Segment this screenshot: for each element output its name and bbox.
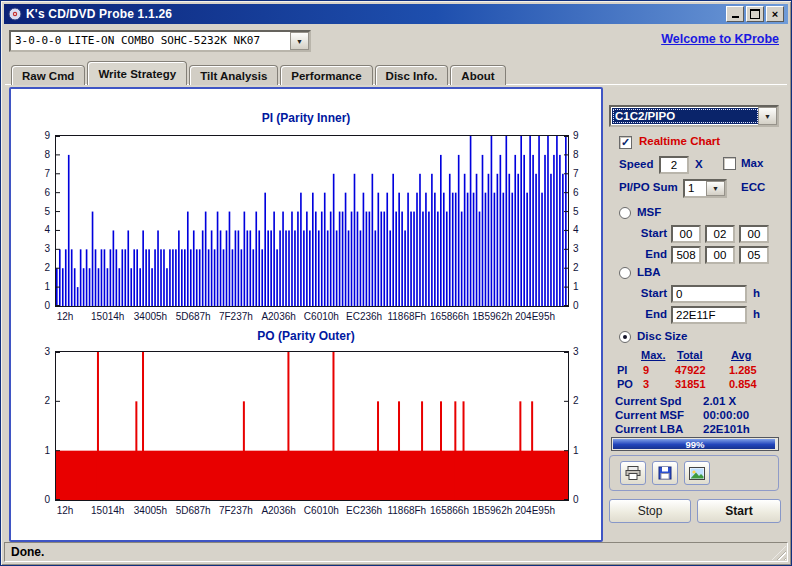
x-tick-label: 34005h bbox=[134, 505, 167, 516]
y-tick-label: 3 bbox=[34, 243, 53, 254]
stats-po-max: 3 bbox=[643, 378, 649, 390]
x-tick-label: A2036h bbox=[261, 311, 295, 322]
po-y-axis-right: 0123 bbox=[570, 351, 589, 499]
x-tick-label: A2036h bbox=[261, 505, 295, 516]
tab-about[interactable]: About bbox=[450, 65, 505, 85]
msf-end-frame-input[interactable] bbox=[739, 246, 769, 264]
x-tick-label: 12h bbox=[57, 311, 74, 322]
speed-label: Speed bbox=[619, 158, 654, 170]
y-tick-label: 6 bbox=[570, 187, 589, 198]
side-panel: C1C2/PIPO ▼ ✓ Realtime Chart Speed X Max… bbox=[607, 87, 787, 542]
welcome-link[interactable]: Welcome to KProbe bbox=[661, 32, 779, 46]
pipo-sum-select[interactable]: 1 ▼ bbox=[683, 179, 727, 198]
x-tick-label: 165866h bbox=[430, 311, 469, 322]
y-tick-label: 2 bbox=[34, 395, 53, 406]
x-tick-label: 7F237h bbox=[219, 505, 253, 516]
save-icon bbox=[658, 466, 672, 480]
stop-button[interactable]: Stop bbox=[609, 499, 691, 523]
x-tick-label: 165866h bbox=[430, 505, 469, 516]
stats-po-total: 31851 bbox=[675, 378, 706, 390]
x-tick-label: 11868Fh bbox=[387, 311, 426, 322]
x-tick-label: 34005h bbox=[134, 311, 167, 322]
y-tick-label: 2 bbox=[34, 262, 53, 273]
tab-disc-info[interactable]: Disc Info. bbox=[375, 65, 449, 85]
x-tick-label: C6010h bbox=[304, 505, 339, 516]
minimize-button[interactable] bbox=[726, 6, 744, 22]
stats-pi-name: PI bbox=[617, 364, 627, 376]
po-chart-title: PO (Parity Outer) bbox=[11, 329, 601, 343]
msf-start-sec-input[interactable] bbox=[705, 225, 735, 243]
stats-pi-total: 47922 bbox=[675, 364, 706, 376]
x-tick-label: 7F237h bbox=[219, 311, 253, 322]
lba-start-input[interactable] bbox=[671, 285, 747, 303]
lba-start-unit: h bbox=[753, 287, 760, 299]
status-text: Done. bbox=[11, 545, 44, 559]
resize-grip[interactable] bbox=[772, 546, 786, 560]
tab-raw-cmd[interactable]: Raw Cmd bbox=[11, 65, 85, 85]
y-tick-label: 0 bbox=[570, 494, 589, 505]
max-checkbox[interactable] bbox=[723, 157, 736, 170]
tab-tilt-analysis[interactable]: Tilt Analysis bbox=[189, 65, 278, 85]
start-button[interactable]: Start bbox=[697, 499, 781, 523]
msf-end-sec-input[interactable] bbox=[705, 246, 735, 264]
po-x-axis-labels: 12h15014h34005h5D687h7F237hA2036hC6010hE… bbox=[55, 505, 569, 519]
msf-start-frame-input[interactable] bbox=[739, 225, 769, 243]
po-chart: PO (Parity Outer) 0123 0123 12h15014h340… bbox=[11, 323, 601, 537]
lba-start-label: Start bbox=[633, 287, 667, 299]
print-button[interactable] bbox=[620, 461, 646, 485]
y-tick-label: 1 bbox=[570, 281, 589, 292]
minimize-icon bbox=[732, 9, 739, 18]
realtime-checkbox[interactable]: ✓ bbox=[619, 136, 632, 149]
stats-pi-max: 9 bbox=[643, 364, 649, 376]
msf-radio[interactable] bbox=[619, 207, 631, 219]
export-image-button[interactable] bbox=[684, 461, 710, 485]
y-tick-label: 4 bbox=[570, 224, 589, 235]
x-tick-label: C6010h bbox=[304, 311, 339, 322]
image-export-icon bbox=[689, 467, 705, 480]
printer-icon bbox=[625, 466, 641, 480]
device-select[interactable]: 3-0-0-0 LITE-ON COMBO SOHC-5232K NK07 ▼ bbox=[9, 30, 311, 52]
x-tick-label: EC236h bbox=[346, 505, 382, 516]
chevron-down-icon[interactable]: ▼ bbox=[706, 181, 725, 196]
y-tick-label: 8 bbox=[570, 149, 589, 160]
lba-end-unit: h bbox=[753, 308, 760, 320]
y-tick-label: 1 bbox=[34, 445, 53, 456]
close-button[interactable]: × bbox=[766, 6, 784, 22]
save-button[interactable] bbox=[652, 461, 678, 485]
tab-write-strategy[interactable]: Write Strategy bbox=[87, 61, 187, 85]
y-tick-label: 2 bbox=[570, 262, 589, 273]
x-tick-label: 5D687h bbox=[176, 505, 211, 516]
stats-po-avg: 0.854 bbox=[729, 378, 757, 390]
x-tick-label: 15014h bbox=[91, 505, 124, 516]
msf-start-min-input[interactable] bbox=[671, 225, 701, 243]
y-tick-label: 9 bbox=[34, 130, 53, 141]
chart-mode-select[interactable]: C1C2/PIPO ▼ bbox=[609, 105, 779, 127]
chevron-down-icon[interactable]: ▼ bbox=[290, 32, 309, 50]
lba-end-input[interactable] bbox=[671, 306, 747, 324]
chevron-down-icon[interactable]: ▼ bbox=[758, 107, 777, 125]
y-tick-label: 0 bbox=[570, 300, 589, 311]
current-lba-label: Current LBA bbox=[615, 423, 683, 435]
stats-header-avg: Avg bbox=[731, 349, 751, 361]
pi-y-axis-left: 0123456789 bbox=[34, 135, 53, 305]
x-tick-label: 5D687h bbox=[176, 311, 211, 322]
pi-y-axis-right: 0123456789 bbox=[570, 135, 589, 305]
pipo-sum-value: 1 bbox=[688, 182, 694, 194]
pi-chart: PI (Parity Inner) 0123456789 0123456789 … bbox=[11, 99, 601, 321]
current-spd-label: Current Spd bbox=[615, 395, 681, 407]
y-tick-label: 6 bbox=[34, 187, 53, 198]
x-tick-label: 204E95h bbox=[515, 505, 555, 516]
po-bars bbox=[56, 352, 568, 500]
app-icon bbox=[8, 7, 22, 21]
x-tick-label: 1B5962h bbox=[472, 505, 512, 516]
check-icon: ✓ bbox=[621, 136, 630, 148]
current-spd-value: 2.01 X bbox=[703, 395, 736, 407]
y-tick-label: 3 bbox=[570, 243, 589, 254]
msf-label: MSF bbox=[637, 206, 661, 218]
maximize-button[interactable] bbox=[746, 6, 764, 22]
tab-performance[interactable]: Performance bbox=[280, 65, 372, 85]
lba-radio[interactable] bbox=[619, 267, 631, 279]
disc-size-radio[interactable] bbox=[619, 331, 631, 343]
speed-input[interactable] bbox=[659, 156, 689, 174]
msf-end-min-input[interactable] bbox=[671, 246, 701, 264]
